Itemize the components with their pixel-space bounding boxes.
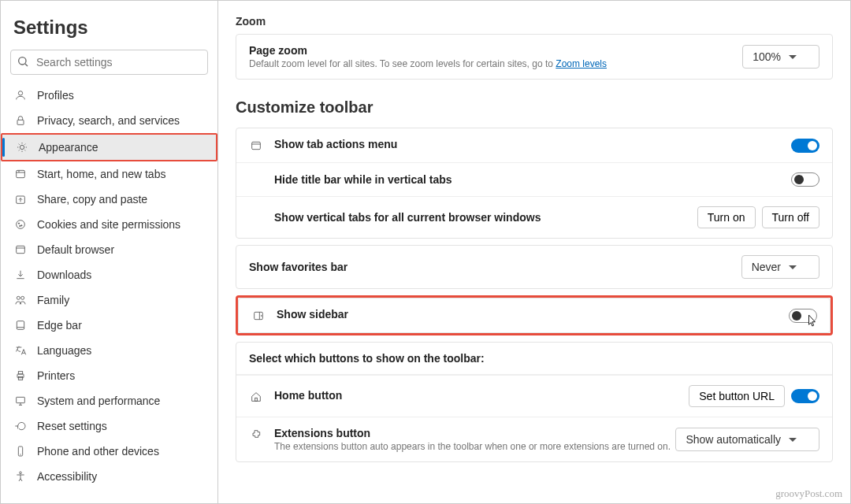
search-icon [17, 55, 29, 68]
row-hide-title: Hide title bar while in vertical tabs [236, 162, 832, 196]
sidebar-icon [251, 309, 266, 323]
sidebar-item-label: Start, home, and new tabs [37, 168, 165, 180]
favorites-label: Show favorites bar [249, 261, 347, 273]
hide-title-toggle[interactable] [791, 172, 819, 187]
tab-actions-toggle[interactable] [791, 139, 819, 153]
hide-title-label: Hide title bar while in vertical tabs [249, 173, 452, 186]
svg-point-4 [20, 145, 24, 149]
share-icon [13, 192, 28, 206]
sidebar-item-edge-bar[interactable]: Edge bar [1, 313, 217, 338]
toolbar-card-1: Show tab actions menu Hide title bar whi… [236, 128, 833, 239]
sidebar-item-printers[interactable]: Printers [1, 363, 217, 388]
sidebar-item-label: Appearance [39, 141, 98, 154]
svg-point-9 [21, 225, 22, 226]
customize-toolbar-heading: Customize toolbar [236, 98, 833, 117]
row-home-button: Home button Set button URL [236, 375, 832, 417]
sidebar-item-profiles[interactable]: Profiles [1, 83, 217, 108]
sidebar-item-accessibility[interactable]: Accessibility [1, 464, 217, 489]
sidebar-item-downloads[interactable]: Downloads [1, 262, 217, 287]
sidebar-item-cookies-and-site-permissions[interactable]: Cookies and site permissions [1, 212, 217, 237]
sidebar-item-label: Profiles [37, 89, 74, 102]
sidebar-item-phone-and-other-devices[interactable]: Phone and other devices [1, 439, 217, 464]
edgebar-icon [13, 318, 28, 332]
chevron-down-icon [789, 438, 797, 442]
chevron-down-icon [789, 265, 797, 269]
zoom-levels-link[interactable]: Zoom levels [556, 58, 607, 69]
watermark: groovyPost.com [775, 487, 842, 500]
svg-point-8 [18, 223, 19, 224]
zoom-card: Page zoom Default zoom level for all sit… [236, 34, 833, 80]
toolbar-buttons-card: Select which buttons to show on the tool… [236, 342, 833, 462]
set-button-url-button[interactable]: Set button URL [689, 385, 785, 407]
svg-rect-20 [17, 397, 25, 402]
row-tab-actions: Show tab actions menu [236, 128, 832, 162]
row-extensions: Extensions button The extensions button … [236, 417, 832, 461]
turn-off-button[interactable]: Turn off [762, 206, 819, 228]
svg-point-7 [17, 220, 25, 229]
sidebar-item-label: Reset settings [37, 420, 107, 432]
sidebar-item-share-copy-and-paste[interactable]: Share, copy and paste [1, 187, 217, 212]
svg-rect-15 [17, 321, 24, 330]
profile-icon [13, 88, 28, 102]
svg-point-14 [21, 296, 24, 299]
phone-icon [13, 444, 28, 458]
sidebar-item-label: Accessibility [37, 470, 97, 483]
svg-rect-5 [17, 170, 25, 177]
page-zoom-select[interactable]: 100% [742, 45, 819, 69]
favorites-select[interactable]: Never [741, 255, 819, 279]
sidebar-item-default-browser[interactable]: Default browser [1, 237, 217, 262]
sidebar-item-system-and-performance[interactable]: System and performance [1, 388, 217, 413]
browser-icon [13, 243, 28, 257]
settings-title: Settings [1, 9, 217, 50]
sidebar-item-label: Edge bar [37, 319, 82, 332]
svg-rect-27 [252, 142, 261, 149]
row-vertical-tabs: Show vertical tabs for all current brows… [236, 196, 832, 238]
nav-list: ProfilesPrivacy, search, and servicesApp… [1, 83, 217, 495]
sidebar-item-label: Phone and other devices [37, 445, 159, 458]
home-button-label: Home button [274, 389, 342, 402]
tab-actions-label: Show tab actions menu [274, 138, 397, 150]
show-sidebar-highlight: Show sidebar [236, 295, 833, 335]
accessibility-icon [13, 469, 28, 484]
turn-on-button[interactable]: Turn on [697, 206, 756, 228]
svg-point-13 [17, 296, 20, 299]
extensions-select[interactable]: Show automatically [675, 428, 819, 451]
sidebar-item-start-home-and-new-tabs[interactable]: Start, home, and new tabs [1, 161, 217, 187]
svg-rect-3 [17, 120, 24, 124]
row-show-sidebar: Show sidebar [239, 298, 830, 332]
sidebar-item-label: Privacy, search, and services [37, 114, 180, 127]
svg-rect-18 [18, 372, 22, 374]
page-zoom-label: Page zoom [249, 44, 607, 57]
sidebar-item-label: Printers [37, 369, 75, 382]
home-icon [249, 390, 263, 404]
cookie-icon [13, 217, 28, 232]
sidebar-item-label: Default browser [37, 243, 114, 256]
sidebar-item-appearance[interactable]: Appearance [1, 133, 217, 161]
family-icon [13, 293, 28, 307]
favorites-card: Show favorites bar Never [236, 245, 833, 289]
cursor-icon [806, 313, 817, 328]
extensions-desc: The extensions button auto appears in th… [274, 441, 671, 452]
select-buttons-heading: Select which buttons to show on the tool… [249, 352, 485, 365]
sidebar-item-languages[interactable]: Languages [1, 338, 217, 363]
sidebar-item-privacy-search-and-services[interactable]: Privacy, search, and services [1, 108, 217, 133]
language-icon [13, 343, 28, 358]
home-button-toggle[interactable] [791, 389, 819, 403]
vertical-tabs-label: Show vertical tabs for all current brows… [249, 211, 541, 224]
extensions-icon [249, 428, 263, 442]
sidebar-item-about-microsoft-edge[interactable]: About Microsoft Edge [1, 489, 217, 495]
sidebar-item-family[interactable]: Family [1, 287, 217, 313]
appearance-icon [15, 140, 29, 154]
svg-rect-19 [18, 376, 22, 380]
sidebar-item-label: Languages [37, 344, 91, 357]
sidebar-item-reset-settings[interactable]: Reset settings [1, 413, 217, 439]
sidebar-item-label: Downloads [37, 269, 91, 281]
system-icon [13, 394, 28, 408]
svg-rect-11 [17, 246, 25, 253]
search-input[interactable] [10, 50, 208, 75]
tab-icon [249, 139, 263, 153]
lock-icon [13, 113, 28, 128]
row-favorites: Show favorites bar Never [236, 246, 832, 288]
sidebar-item-label: Share, copy and paste [37, 193, 147, 206]
svg-point-2 [18, 91, 22, 95]
